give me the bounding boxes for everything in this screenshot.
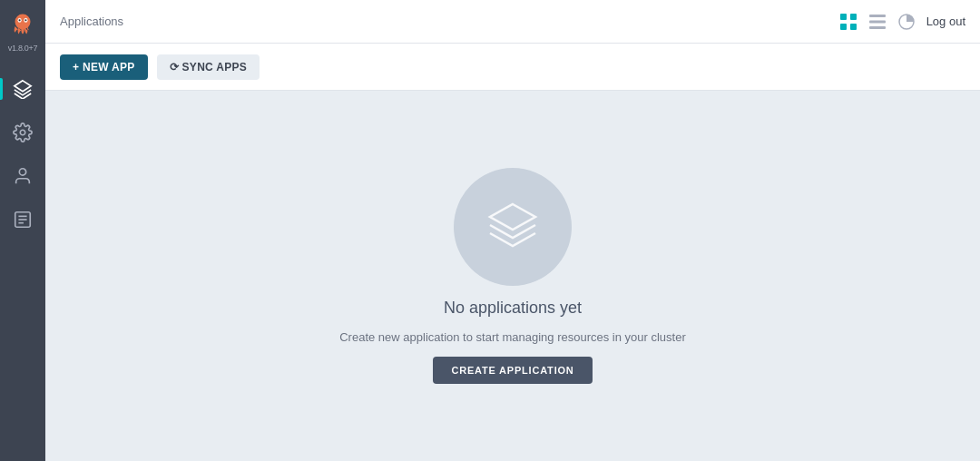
create-application-button[interactable]: CREATE APPLICATION bbox=[433, 357, 592, 384]
user-icon bbox=[13, 166, 33, 186]
svg-point-4 bbox=[24, 19, 26, 21]
sidebar-logo: v1.8.0+7 bbox=[0, 0, 45, 64]
layers-empty-icon bbox=[481, 195, 544, 259]
new-app-button[interactable]: + NEW APP bbox=[60, 54, 148, 80]
topbar: Applications bbox=[45, 0, 980, 44]
layers-icon bbox=[13, 79, 33, 99]
svg-point-3 bbox=[19, 19, 21, 21]
sidebar: v1.8.0+7 bbox=[0, 0, 45, 461]
empty-state: No applications yet Create new applicati… bbox=[339, 168, 686, 384]
svg-rect-17 bbox=[869, 20, 886, 23]
svg-marker-5 bbox=[15, 81, 31, 92]
topbar-right: Log out bbox=[839, 13, 965, 31]
main-content: Applications bbox=[45, 0, 980, 461]
sidebar-item-applications[interactable] bbox=[0, 67, 45, 111]
docs-icon bbox=[13, 210, 33, 230]
svg-rect-16 bbox=[869, 15, 886, 17]
sidebar-navigation bbox=[0, 67, 45, 241]
grid-view-icon[interactable] bbox=[839, 13, 858, 31]
svg-rect-12 bbox=[840, 14, 847, 20]
svg-point-7 bbox=[19, 169, 25, 175]
logo-icon bbox=[7, 11, 38, 42]
sidebar-item-docs[interactable] bbox=[0, 198, 45, 241]
svg-marker-20 bbox=[490, 204, 535, 230]
chart-view-icon[interactable] bbox=[897, 13, 916, 31]
svg-rect-13 bbox=[850, 14, 857, 20]
svg-rect-15 bbox=[850, 24, 857, 30]
sidebar-item-settings[interactable] bbox=[0, 111, 45, 154]
empty-description: Create new application to start managing… bbox=[339, 330, 686, 344]
version-label: v1.8.0+7 bbox=[8, 44, 37, 53]
svg-point-6 bbox=[20, 130, 25, 135]
logout-button[interactable]: Log out bbox=[926, 15, 965, 28]
empty-icon-circle bbox=[454, 168, 572, 286]
empty-title: No applications yet bbox=[444, 299, 582, 318]
svg-rect-18 bbox=[869, 26, 886, 29]
list-view-icon[interactable] bbox=[868, 13, 887, 31]
gear-icon bbox=[13, 123, 33, 142]
sync-apps-button[interactable]: ⟳ SYNC APPS bbox=[157, 54, 260, 80]
content-area: No applications yet Create new applicati… bbox=[45, 91, 980, 461]
breadcrumb: Applications bbox=[60, 15, 123, 28]
svg-rect-14 bbox=[840, 24, 847, 30]
svg-point-0 bbox=[15, 14, 31, 29]
sidebar-item-user[interactable] bbox=[0, 154, 45, 198]
toolbar: + NEW APP ⟳ SYNC APPS bbox=[45, 44, 980, 91]
